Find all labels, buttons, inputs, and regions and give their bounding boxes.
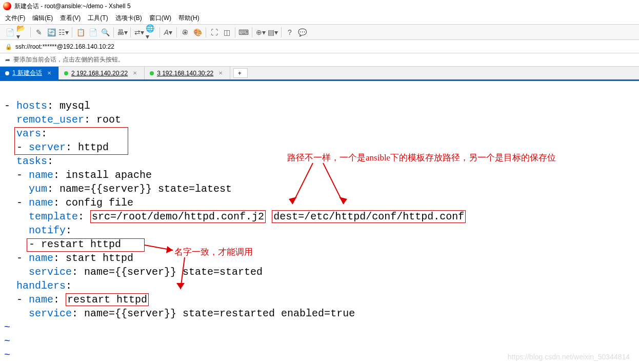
swirl-icon[interactable]: ֍ bbox=[179, 27, 191, 38]
menu-file[interactable]: 文件(F) bbox=[5, 14, 25, 23]
tab-label: 2 192.168.140.20:22 bbox=[71, 70, 128, 77]
template-src-box: src=/root/demo/httpd.conf.j2 bbox=[90, 210, 266, 223]
tab-1[interactable]: 1 新建会话 ✕ bbox=[0, 67, 59, 79]
chat-icon[interactable]: 💬 bbox=[296, 27, 308, 38]
svg-marker-1 bbox=[289, 197, 297, 204]
layout-icon[interactable]: ▤▾ bbox=[267, 27, 278, 38]
tab-3[interactable]: 3 192.168.140.30:22 ✕ bbox=[145, 67, 230, 79]
name-annotation: 名字一致，才能调用 bbox=[174, 246, 253, 258]
separator bbox=[130, 27, 131, 37]
path-annotation: 路径不一样，一个是ansible下的模板存放路径，另一个是目标的保存位 bbox=[287, 152, 556, 164]
status-dot-icon bbox=[5, 71, 9, 75]
separator bbox=[72, 27, 72, 37]
menu-help[interactable]: 帮助(H) bbox=[178, 14, 199, 23]
help-icon[interactable]: ? bbox=[284, 27, 295, 38]
titlebar: 新建会话 - root@ansible:~/demo - Xshell 5 bbox=[0, 0, 639, 12]
session-note-bar: 要添加当前会话，点击左侧的箭头按钮。 bbox=[0, 53, 639, 67]
window-title: 新建会话 - root@ansible:~/demo - Xshell 5 bbox=[14, 2, 131, 11]
arrow-icon[interactable] bbox=[5, 56, 10, 64]
tab-label: 1 新建会话 bbox=[12, 69, 42, 77]
svg-marker-5 bbox=[166, 246, 173, 253]
font-icon[interactable]: A▾ bbox=[163, 27, 174, 38]
separator bbox=[235, 27, 235, 37]
transparent-icon[interactable]: ◫ bbox=[221, 27, 232, 38]
handler-name-box: restart httpd bbox=[66, 293, 149, 306]
transfer-icon[interactable]: ⇄▾ bbox=[133, 27, 145, 38]
address-bar: ssh://root:******@192.168.140.10:22 bbox=[0, 40, 639, 53]
svg-marker-7 bbox=[176, 283, 185, 289]
separator bbox=[281, 27, 282, 37]
arrow-notify-to-annot bbox=[145, 241, 181, 256]
terminal-content[interactable]: - hosts: mysql remote_user: root vars: -… bbox=[0, 81, 639, 362]
menu-view[interactable]: 查看(V) bbox=[60, 14, 81, 23]
separator bbox=[252, 27, 252, 37]
arrow-annot-to-handler bbox=[174, 257, 195, 297]
session-note-text: 要添加当前会话，点击左侧的箭头按钮。 bbox=[13, 55, 124, 64]
fullscreen-icon[interactable]: ⛶ bbox=[209, 27, 220, 38]
menu-window[interactable]: 窗口(W) bbox=[149, 14, 171, 23]
globe-icon[interactable]: 🌐▾ bbox=[146, 27, 157, 38]
address-text[interactable]: ssh://root:******@192.168.140.10:22 bbox=[15, 43, 114, 50]
app-icon bbox=[3, 2, 11, 10]
notify-restart-box bbox=[27, 238, 145, 252]
open-file-icon[interactable]: 📂▾ bbox=[16, 27, 28, 38]
reconnect-icon[interactable]: 🔄 bbox=[46, 27, 57, 38]
tab-2[interactable]: 2 192.168.140.20:22 ✕ bbox=[59, 67, 145, 79]
separator bbox=[206, 27, 206, 37]
properties-icon[interactable]: ☷▾ bbox=[58, 27, 69, 38]
add-tab-button[interactable]: + bbox=[233, 68, 248, 78]
paste-icon[interactable]: 📄 bbox=[87, 27, 98, 38]
add-button-icon[interactable]: ⊕▾ bbox=[255, 27, 266, 38]
close-icon[interactable]: ✕ bbox=[218, 70, 223, 76]
tab-bar: 1 新建会话 ✕ 2 192.168.140.20:22 ✕ 3 192.168… bbox=[0, 67, 639, 81]
new-session-icon[interactable]: 📄 bbox=[4, 27, 15, 38]
edit-icon[interactable]: ✎ bbox=[33, 27, 45, 38]
close-icon[interactable]: ✕ bbox=[133, 70, 137, 76]
menu-tools[interactable]: 工具(T) bbox=[88, 14, 108, 23]
tab-label: 3 192.168.140.30:22 bbox=[157, 70, 213, 77]
menu-tabs[interactable]: 选项卡(B) bbox=[115, 14, 142, 23]
vars-box bbox=[14, 127, 128, 155]
status-dot-icon bbox=[64, 71, 68, 75]
separator bbox=[159, 27, 160, 37]
status-dot-icon bbox=[150, 71, 154, 75]
close-icon[interactable]: ✕ bbox=[47, 70, 51, 76]
toolbar: 📄 📂▾ ✎ 🔄 ☷▾ 📋 📄 🔍 🖶▾ ⇄▾ 🌐▾ A▾ ֍ 🎨 ⛶ ◫ ⌨ … bbox=[0, 25, 639, 40]
print-icon[interactable]: 🖶▾ bbox=[116, 27, 128, 38]
separator bbox=[176, 27, 177, 37]
separator bbox=[30, 27, 31, 37]
arrow-to-dest bbox=[318, 163, 359, 213]
find-icon[interactable]: 🔍 bbox=[99, 27, 111, 38]
menubar: 文件(F) 编辑(E) 查看(V) 工具(T) 选项卡(B) 窗口(W) 帮助(… bbox=[0, 12, 639, 25]
svg-marker-3 bbox=[339, 197, 347, 204]
watermark: https://blog.csdn.net/weixin_50344814 bbox=[508, 353, 630, 361]
separator bbox=[113, 27, 114, 37]
keyboard-icon[interactable]: ⌨ bbox=[238, 27, 249, 38]
color-icon[interactable]: 🎨 bbox=[192, 27, 203, 38]
menu-edit[interactable]: 编辑(E) bbox=[32, 14, 53, 23]
copy-icon[interactable]: 📋 bbox=[75, 27, 86, 38]
lock-icon bbox=[5, 43, 12, 50]
